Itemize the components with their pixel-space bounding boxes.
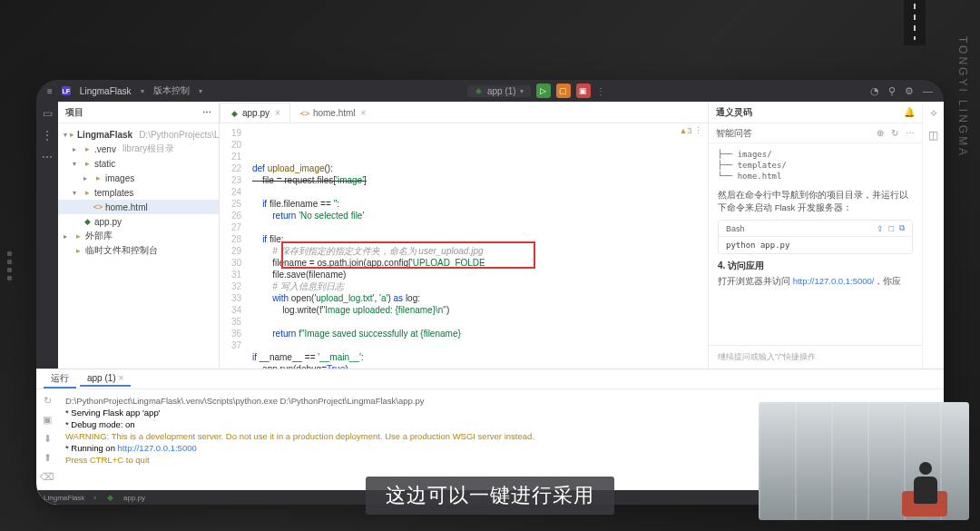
apply-icon[interactable]: ⧉ [899,223,905,233]
hamburger-icon[interactable]: ≡ [47,86,53,96]
user-icon[interactable]: ◔ [870,85,879,97]
bookmarks-icon[interactable]: ⋯ [42,151,53,163]
tree-item[interactable]: ▾▸LingmaFlaskD:\PythonProjects\LingmaFla… [58,127,219,142]
project-name[interactable]: LingmaFlask [80,86,132,96]
activity-bar: ▭ ⋮ ⋯ [36,102,58,369]
ai-tab-chat[interactable]: 智能问答 [716,127,752,140]
ai-text: 然后在命令行中导航到你的项目目录，并运行以下命令来启动 Flask 开发服务器： [718,189,913,214]
ai-input[interactable]: 继续提问或输入"/"快捷操作 [709,345,922,369]
stop-icon[interactable]: ▣ [43,414,52,426]
new-chat-icon[interactable]: ⊕ [877,128,884,138]
ai-panel: 通义灵码 🔔 智能问答 ⊕ ↻ ⋯ ├── images/├── templat… [708,102,922,369]
insert-icon[interactable]: ⇪ [877,224,884,233]
console-toolbar: ↻ ▣ ⬇ ⬆ ⌫ [36,389,58,505]
chevron-down-icon[interactable]: ▾ [141,87,144,95]
down-icon[interactable]: ⬇ [44,433,52,445]
run-tabs[interactable]: 运行app (1) × [36,369,944,389]
file-tree[interactable]: ▾▸LingmaFlaskD:\PythonProjects\LingmaFla… [58,123,219,261]
tree-item[interactable]: ◆app.py [58,214,219,229]
wrap-icon[interactable]: ⌫ [40,471,54,483]
settings-icon[interactable]: ⚙ [905,85,914,97]
run-config[interactable]: ◆ app (1) ▾ [467,85,531,97]
db-icon[interactable]: ◫ [928,129,938,142]
subtitle-caption: 这边可以一键进行采用 [366,477,614,515]
ai-heading: 4. 访问应用 [718,260,913,272]
status-project: LingmaFlask [44,494,84,502]
editor-area: ◆app.py×<>home.html× ▲3 ⋮ 19202122232425… [220,102,708,369]
project-badge: LF [62,86,71,95]
project-sidebar: 项目 ⋯ ▾▸LingmaFlaskD:\PythonProjects\Ling… [58,102,220,369]
folder-icon[interactable]: ▭ [43,107,53,120]
tree-item[interactable]: ▾▸templates [58,185,219,200]
editor-tabs[interactable]: ◆app.py×<>home.html× [220,102,708,123]
tree-item[interactable]: ▸临时文件和控制台 [58,243,219,258]
code-lang: Bash [726,224,745,233]
line-gutter: 19202122232425262728293031323334353637 [220,123,247,369]
structure-icon[interactable]: ⋮ [42,129,53,142]
sidebar-more-icon[interactable]: ⋯ [202,107,211,117]
up-icon[interactable]: ⬆ [44,452,52,464]
rerun-icon[interactable]: ↻ [44,395,52,407]
ai-code-block: Bash ⇪ □ ⧉ python app.py [718,220,913,254]
more-icon[interactable]: ⋯ [906,128,915,138]
bell-icon[interactable]: 🔔 [904,107,915,117]
tree-item[interactable]: ▸▸.venvlibrary根目录 [58,142,219,156]
editor-tab[interactable]: ◆app.py× [220,103,290,123]
history-icon[interactable]: ↻ [891,128,898,138]
tree-item[interactable]: <>home.html [58,200,219,214]
run-tab[interactable]: 运行 [44,370,76,388]
stop-button[interactable]: ▣ [576,84,591,98]
status-file: app.py [123,494,145,502]
run-button[interactable]: ▷ [536,84,551,98]
left-dots [7,251,12,280]
right-toolbar: ✧ ◫ [922,102,944,369]
chevron-down-icon[interactable]: ▾ [199,87,202,95]
code-lines[interactable]: def upload_image(): file = request.files… [247,123,708,369]
ai-icon[interactable]: ✧ [929,107,938,120]
python-icon: ◆ [475,86,484,95]
sidebar-title: 项目 [65,106,83,119]
copy-icon[interactable]: □ [889,224,894,233]
ai-text: 打开浏览器并访问 http://127.0.0.1:5000/，你应 [718,275,913,288]
code-body: python app.py [719,237,912,253]
picture-in-picture [759,402,969,520]
minimize-icon[interactable]: — [923,85,933,97]
version-control-menu[interactable]: 版本控制 [153,84,190,97]
code-editor[interactable]: ▲3 ⋮ 19202122232425262728293031323334353… [220,123,708,369]
ai-file-tree: ├── images/├── templates/└── home.html [718,149,913,182]
titlebar: ≡ LF LingmaFlask ▾ 版本控制 ▾ ◆ app (1) ▾ ▷ … [36,80,944,102]
run-tab[interactable]: app (1) × [80,371,131,387]
tree-item[interactable]: ▸▸外部库 [58,229,219,243]
tree-item[interactable]: ▾▸static [58,156,219,171]
brand-vertical: TONGYI LINGMA [956,36,969,158]
ai-link[interactable]: http://127.0.0.1:5000/ [793,276,875,286]
debug-button[interactable]: ▢ [556,84,571,98]
tree-item[interactable]: ▸▸images [58,171,219,185]
editor-tab[interactable]: <>home.html× [290,103,377,123]
ai-title: 通义灵码 [716,106,752,119]
search-icon[interactable]: ⚲ [888,85,896,97]
run-config-label: app (1) [487,86,516,96]
